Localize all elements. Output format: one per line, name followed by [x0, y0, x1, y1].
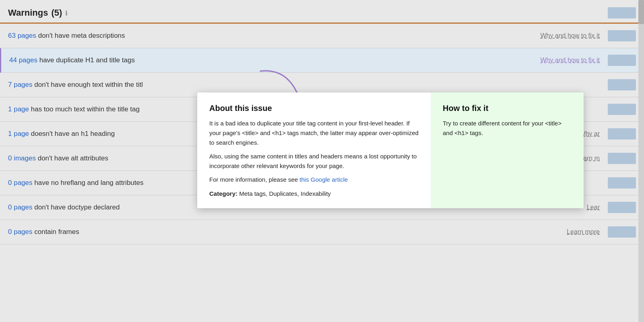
count-link[interactable]: 7 pages: [8, 81, 33, 88]
row-action-button[interactable]: [608, 79, 636, 90]
row-text: 63 pages don't have meta descriptions: [8, 32, 532, 40]
learn-more-link[interactable]: Learn more: [567, 228, 600, 236]
popup-left-panel: About this issue It is a bad idea to dup…: [197, 92, 431, 208]
why-link-active[interactable]: Why and how to fix it: [540, 57, 600, 64]
why-link[interactable]: Why and how to fix it: [540, 32, 600, 39]
about-para3: For more information, please see this Go…: [209, 175, 419, 185]
row-frames: 0 pages contain frames Learn more: [0, 220, 644, 244]
how-to-fix-text: Try to create different content for your…: [443, 119, 572, 138]
about-para2: Also, using the same content in titles a…: [209, 152, 419, 171]
page-title: Warnings: [8, 8, 48, 18]
row-text: 0 pages contain frames: [8, 228, 559, 236]
row-action-button[interactable]: [608, 128, 636, 139]
about-title: About this issue: [209, 104, 419, 113]
row-duplicate-h1: 44 pages have duplicate H1 and title tag…: [0, 48, 644, 73]
count-link[interactable]: 44 pages: [9, 56, 37, 64]
popup-right-panel: How to fix it Try to create different co…: [431, 92, 584, 208]
google-article-link[interactable]: this Google article: [299, 176, 348, 183]
row-meta-descriptions: 63 pages don't have meta descriptions Wh…: [0, 24, 644, 48]
category-text: Category: Meta tags, Duplicates, Indexab…: [209, 190, 419, 197]
how-to-fix-title: How to fix it: [443, 104, 572, 113]
row-text: 7 pages don't have enough text within th…: [8, 81, 600, 89]
row-action-button[interactable]: [608, 177, 636, 189]
about-para1: It is a bad idea to duplicate your title…: [209, 119, 419, 148]
row-text: 44 pages have duplicate H1 and title tag…: [9, 56, 532, 64]
header-action-button[interactable]: [608, 7, 636, 18]
popup-card: About this issue It is a bad idea to dup…: [197, 92, 584, 208]
count-link[interactable]: 0 images: [8, 154, 36, 162]
info-icon[interactable]: ℹ: [65, 9, 68, 17]
count-link[interactable]: 1 page: [8, 105, 29, 113]
row-action-button[interactable]: [608, 104, 636, 115]
scrollbar-track[interactable]: [638, 0, 644, 322]
count-link[interactable]: 1 page: [8, 130, 29, 137]
scrollbar-thumb[interactable]: [638, 0, 644, 24]
row-action-button[interactable]: [608, 226, 636, 238]
count-link[interactable]: 0 pages: [8, 179, 33, 187]
row-action-button[interactable]: [608, 55, 636, 66]
count-link[interactable]: 63 pages: [8, 32, 36, 39]
row-action-button[interactable]: [608, 30, 636, 41]
row-action-button[interactable]: [608, 153, 636, 164]
header-bar: Warnings (5) ℹ: [0, 0, 644, 24]
warnings-count: (5): [51, 8, 62, 18]
count-link[interactable]: 0 pages: [8, 203, 33, 211]
why-link[interactable]: Lear: [587, 204, 600, 211]
row-action-button[interactable]: [608, 202, 636, 213]
main-panel: Warnings (5) ℹ 63 pages don't have meta …: [0, 0, 644, 322]
count-link[interactable]: 0 pages: [8, 228, 33, 236]
